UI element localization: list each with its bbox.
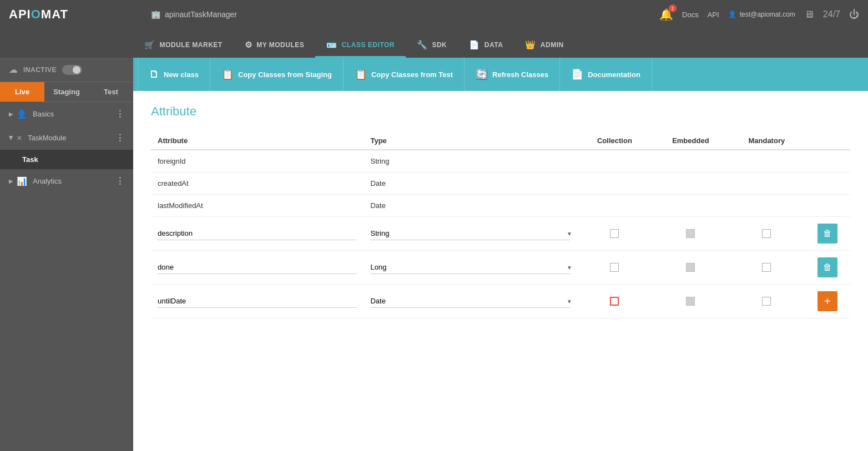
collection-untildate-checkbox[interactable] xyxy=(610,297,619,306)
header-right: 🏢 apinautTaskManager 🔔 1 Docs API 👤 test… xyxy=(142,8,859,21)
my-modules-icon: ⚙ xyxy=(245,40,253,50)
power-icon[interactable]: ⏻ xyxy=(849,9,859,21)
type-untildate-select[interactable]: Date String Long xyxy=(370,295,569,308)
embedded-untildate-checkbox xyxy=(686,297,695,306)
attr-lastmodifiedat: lastModifiedAt xyxy=(158,201,203,210)
tab-my-modules-label: MY MODULES xyxy=(256,41,304,49)
device-icon: 🖥 xyxy=(804,9,814,21)
sidebar-item-taskmodule-label: TaskModule xyxy=(28,134,115,142)
page-title: Attribute xyxy=(151,104,850,119)
delete-description-button[interactable]: 🗑 xyxy=(817,224,837,244)
collection-description-checkbox[interactable] xyxy=(610,229,619,238)
app-name: 🏢 apinautTaskManager xyxy=(151,10,237,19)
copy-staging-label: Copy Classes from Staging xyxy=(238,70,332,79)
col-header-mandatory: Mandatory xyxy=(729,132,805,150)
add-untildate-button[interactable]: + xyxy=(817,291,837,311)
mandatory-description-checkbox[interactable] xyxy=(762,229,771,238)
expand-icon-taskmodule: ▶ xyxy=(8,136,14,140)
app-name-text: apinautTaskManager xyxy=(165,10,237,19)
inactive-toggle[interactable] xyxy=(62,65,82,75)
taskmodule-more-icon[interactable]: ⋮ xyxy=(115,133,124,143)
type-done-select[interactable]: Long String Date xyxy=(370,261,569,274)
tab-admin[interactable]: 👑 ADMIN xyxy=(514,33,574,58)
documentation-label: Documentation xyxy=(588,70,640,79)
table-row: foreignId String xyxy=(151,150,850,173)
delete-done-button[interactable]: 🗑 xyxy=(817,257,837,277)
attr-done-input[interactable] xyxy=(158,261,357,274)
env-tabs: Live Staging Test xyxy=(0,82,133,102)
new-class-icon: 🗋 xyxy=(149,69,159,80)
tab-data[interactable]: 📄 DATA xyxy=(458,33,514,58)
col-header-action xyxy=(805,132,850,150)
action-bar: 🗋 New class 📋 Copy Classes from Staging … xyxy=(133,58,868,91)
refresh-classes-button[interactable]: 🔄 Refresh Classes xyxy=(465,58,560,91)
basics-icon: 👤 xyxy=(17,109,27,119)
sidebar-item-basics[interactable]: ▶ 👤 Basics ⋮ xyxy=(0,102,133,126)
analytics-more-icon[interactable]: ⋮ xyxy=(115,176,124,186)
support-icon: 24/7 xyxy=(823,9,840,19)
notification-bell[interactable]: 🔔 1 xyxy=(659,8,673,21)
sidebar-item-basics-label: Basics xyxy=(33,110,115,118)
copy-test-label: Copy Classes from Test xyxy=(371,70,453,79)
new-class-label: New class xyxy=(164,70,199,79)
mandatory-untildate-checkbox[interactable] xyxy=(762,297,771,306)
sidebar-item-taskmodule[interactable]: ▶ ✕ TaskModule ⋮ xyxy=(0,126,133,150)
env-tab-test[interactable]: Test xyxy=(89,82,133,102)
notification-badge: 1 xyxy=(669,4,677,12)
table-row: createdAt Date xyxy=(151,173,850,195)
copy-classes-staging-button[interactable]: 📋 Copy Classes from Staging xyxy=(210,58,344,91)
copy-classes-test-button[interactable]: 📋 Copy Classes from Test xyxy=(344,58,465,91)
env-tab-staging[interactable]: Staging xyxy=(44,82,89,102)
tab-admin-label: ADMIN xyxy=(541,41,564,49)
user-email: test@apiomat.com xyxy=(740,11,795,18)
content-area: 🗋 New class 📋 Copy Classes from Staging … xyxy=(133,58,868,451)
table-row: lastModifiedAt Date xyxy=(151,195,850,217)
module-market-icon: 🛒 xyxy=(144,40,155,50)
tab-sdk[interactable]: 🔧 SDK xyxy=(406,33,458,58)
expand-icon-analytics: ▶ xyxy=(9,178,13,184)
user-info[interactable]: 👤 test@apiomat.com xyxy=(728,11,795,18)
type-description-select[interactable]: String Long Date Boolean xyxy=(370,227,569,240)
header-actions: 🔔 1 Docs API 👤 test@apiomat.com 🖥 24/7 ⏻ xyxy=(659,8,859,21)
sidebar: ☁ INACTIVE Live Staging Test ▶ 👤 Basics … xyxy=(0,58,133,451)
tab-module-market[interactable]: 🛒 MODULE MARKET xyxy=(133,33,234,58)
embedded-description-checkbox xyxy=(686,229,695,238)
copy-test-icon: 📋 xyxy=(355,68,367,80)
attr-untildate-input[interactable] xyxy=(158,295,357,308)
tab-my-modules[interactable]: ⚙ MY MODULES xyxy=(234,33,316,58)
tab-module-market-label: MODULE MARKET xyxy=(160,41,223,49)
data-icon: 📄 xyxy=(469,40,480,50)
basics-more-icon[interactable]: ⋮ xyxy=(115,109,124,119)
env-tab-live[interactable]: Live xyxy=(0,82,44,102)
building-icon: 🏢 xyxy=(151,10,160,19)
type-lastmodifiedat: Date xyxy=(370,201,385,210)
sidebar-item-task[interactable]: Task xyxy=(0,150,133,169)
main-content: Attribute Attribute Type Collection Embe… xyxy=(133,91,868,451)
attr-description-input[interactable] xyxy=(158,227,357,240)
class-editor-icon: 🪪 xyxy=(326,40,337,50)
expand-icon-basics: ▶ xyxy=(9,111,13,117)
docs-link[interactable]: Docs xyxy=(682,11,699,19)
documentation-button[interactable]: 📄 Documentation xyxy=(560,58,652,91)
nav-tabs: 🛒 MODULE MARKET ⚙ MY MODULES 🪪 CLASS EDI… xyxy=(0,29,868,58)
collection-done-checkbox[interactable] xyxy=(610,263,619,272)
col-header-collection: Collection xyxy=(577,132,653,150)
admin-icon: 👑 xyxy=(525,40,536,50)
mandatory-done-checkbox[interactable] xyxy=(762,263,771,272)
sidebar-item-analytics[interactable]: ▶ 📊 Analytics ⋮ xyxy=(0,169,133,193)
api-link[interactable]: API xyxy=(708,11,719,19)
tab-class-editor[interactable]: 🪪 CLASS EDITOR xyxy=(315,33,406,58)
col-header-type: Type xyxy=(364,132,576,150)
main-layout: ☁ INACTIVE Live Staging Test ▶ 👤 Basics … xyxy=(0,58,868,451)
col-header-embedded: Embedded xyxy=(653,132,729,150)
table-row: Date String Long xyxy=(151,285,850,318)
inactive-label: INACTIVE xyxy=(23,66,57,74)
refresh-label: Refresh Classes xyxy=(492,70,548,79)
cloud-icon: ☁ xyxy=(9,64,18,75)
embedded-done-checkbox xyxy=(686,263,695,272)
type-foreignid: String xyxy=(370,157,389,165)
inactive-toggle-row: ☁ INACTIVE xyxy=(0,58,133,82)
refresh-icon: 🔄 xyxy=(476,68,488,80)
new-class-button[interactable]: 🗋 New class xyxy=(138,58,210,91)
table-row: String Long Date Boolean xyxy=(151,217,850,251)
